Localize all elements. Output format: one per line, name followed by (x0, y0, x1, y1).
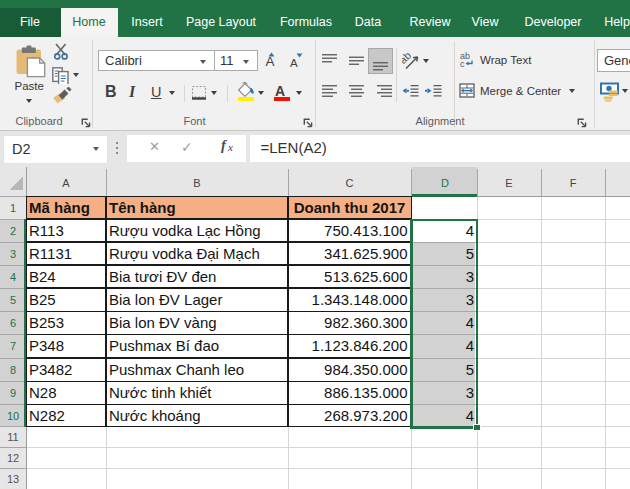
svg-text:B253: B253 (29, 314, 64, 331)
svg-text:Rượu vodka Lạc Hồng: Rượu vodka Lạc Hồng (109, 222, 261, 239)
svg-text:Bia lon ĐV Lager: Bia lon ĐV Lager (109, 291, 222, 308)
svg-text:4: 4 (466, 337, 474, 354)
svg-text:8: 8 (10, 364, 16, 376)
svg-text:Nước khoáng: Nước khoáng (109, 407, 201, 424)
svg-text:886.135.000: 886.135.000 (324, 384, 407, 401)
svg-text:B24: B24 (29, 268, 56, 285)
svg-text:Nước tinh khiết: Nước tinh khiết (109, 384, 212, 401)
svg-text:Doanh thu 2017: Doanh thu 2017 (294, 199, 406, 216)
svg-text:513.625.600: 513.625.600 (324, 268, 407, 285)
svg-text:Pushmax Bí đao: Pushmax Bí đao (109, 337, 219, 354)
svg-text:3: 3 (466, 268, 474, 285)
svg-text:P348: P348 (29, 337, 64, 354)
svg-text:1.123.846.200: 1.123.846.200 (312, 337, 408, 354)
svg-text:D: D (441, 177, 449, 189)
svg-text:6: 6 (10, 317, 16, 329)
svg-text:Pushmax Chanh leo: Pushmax Chanh leo (109, 361, 244, 378)
svg-text:F: F (570, 177, 577, 189)
svg-text:3: 3 (10, 248, 16, 260)
svg-text:3: 3 (466, 291, 474, 308)
svg-text:1: 1 (10, 202, 16, 214)
svg-text:984.350.000: 984.350.000 (324, 361, 407, 378)
svg-text:R113: R113 (29, 222, 64, 239)
svg-text:c: c (460, 59, 465, 68)
svg-text:B: B (193, 177, 200, 189)
svg-text:10: 10 (7, 410, 19, 422)
svg-text:B25: B25 (29, 291, 56, 308)
svg-text:Rượu vodka Đại Mạch: Rượu vodka Đại Mạch (109, 245, 260, 262)
svg-text:2: 2 (10, 225, 16, 237)
svg-text:4: 4 (10, 271, 16, 283)
svg-text:P3482: P3482 (29, 361, 72, 378)
svg-text:Tên hàng: Tên hàng (109, 199, 176, 216)
svg-text:4: 4 (466, 222, 474, 239)
svg-text:A: A (62, 177, 70, 189)
svg-text:3: 3 (466, 384, 474, 401)
svg-text:Bia tươi ĐV đen: Bia tươi ĐV đen (109, 268, 216, 285)
svg-text:1.343.148.000: 1.343.148.000 (312, 291, 408, 308)
svg-text:5: 5 (466, 245, 474, 262)
svg-text:982.360.300: 982.360.300 (324, 314, 407, 331)
svg-text:4: 4 (466, 314, 474, 331)
svg-text:12: 12 (7, 452, 19, 464)
svg-text:E: E (505, 177, 512, 189)
svg-text:341.625.900: 341.625.900 (324, 245, 407, 262)
svg-text:13: 13 (7, 473, 19, 485)
svg-text:4: 4 (466, 407, 474, 424)
svg-text:750.413.100: 750.413.100 (324, 222, 407, 239)
svg-text:7: 7 (10, 340, 16, 352)
svg-text:R1131: R1131 (29, 245, 72, 262)
svg-text:268.973.200: 268.973.200 (324, 407, 407, 424)
svg-text:Bia lon ĐV vàng: Bia lon ĐV vàng (109, 314, 217, 331)
svg-text:N28: N28 (29, 384, 57, 401)
svg-text:Mã hàng: Mã hàng (29, 199, 90, 216)
svg-text:C: C (346, 177, 354, 189)
svg-text:11: 11 (7, 431, 18, 443)
svg-text:5: 5 (10, 294, 16, 306)
svg-text:N282: N282 (29, 407, 65, 424)
svg-text:9: 9 (10, 387, 16, 399)
svg-text:5: 5 (466, 361, 474, 378)
